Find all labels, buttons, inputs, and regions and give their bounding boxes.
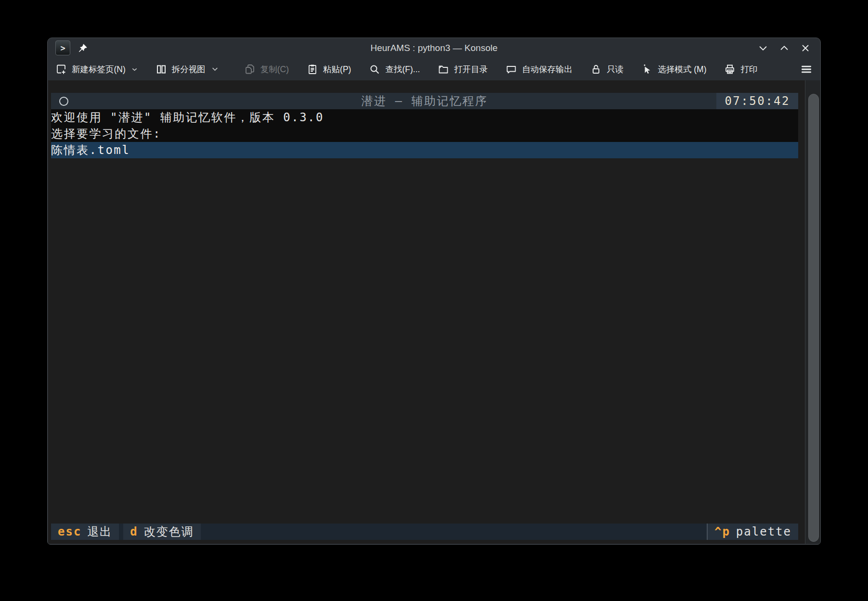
footer-spacer bbox=[201, 524, 707, 540]
paste-icon bbox=[307, 64, 318, 75]
footer-binding-palette[interactable]: ^p palette bbox=[708, 524, 798, 540]
maximize-button[interactable] bbox=[777, 41, 791, 55]
footer-binding-quit[interactable]: esc 退出 bbox=[51, 524, 119, 540]
desktop: > HeurAMS : python3 — Konsole bbox=[0, 0, 868, 601]
close-button[interactable] bbox=[798, 41, 813, 55]
find-label: 查找(F)... bbox=[385, 64, 420, 75]
key-badge: esc bbox=[58, 524, 81, 540]
close-icon bbox=[800, 43, 811, 53]
key-badge: d bbox=[130, 524, 138, 540]
konsole-app-icon[interactable]: > bbox=[55, 40, 70, 55]
open-directory-button[interactable]: 打开目录 bbox=[438, 64, 488, 75]
auto-save-output-icon bbox=[505, 64, 517, 75]
read-only-lock-icon bbox=[590, 64, 602, 75]
selection-mode-icon bbox=[641, 64, 653, 75]
key-badge: ^p bbox=[714, 524, 730, 540]
find-button[interactable]: 查找(F)... bbox=[369, 64, 420, 75]
copy-button: 复制(C) bbox=[244, 64, 289, 75]
open-folder-icon bbox=[438, 64, 449, 75]
toolbar: 新建标签页(N) 拆分视图 复制 bbox=[48, 58, 820, 80]
pin-icon bbox=[78, 43, 88, 53]
file-list-item-selected[interactable]: 陈情表.toml bbox=[51, 142, 798, 158]
konsole-window: > HeurAMS : python3 — Konsole bbox=[47, 38, 821, 545]
open-directory-label: 打开目录 bbox=[454, 64, 488, 75]
copy-icon bbox=[244, 64, 256, 75]
hamburger-menu-icon bbox=[800, 63, 813, 76]
auto-save-output-label: 自动保存输出 bbox=[522, 64, 572, 75]
hamburger-menu-button[interactable] bbox=[800, 63, 813, 76]
split-view-button[interactable]: 拆分视图 bbox=[155, 64, 219, 75]
chevron-down-icon bbox=[131, 66, 138, 72]
print-button[interactable]: 打印 bbox=[724, 64, 757, 75]
chevron-down-icon bbox=[211, 65, 219, 73]
chevron-down-icon bbox=[758, 43, 768, 53]
new-tab-label: 新建标签页(N) bbox=[72, 64, 126, 75]
terminal-output-line: 欢迎使用 "潜进" 辅助记忆软件，版本 0.3.0 bbox=[51, 109, 798, 126]
read-only-button[interactable]: 只读 bbox=[590, 64, 623, 75]
auto-save-output-button[interactable]: 自动保存输出 bbox=[505, 64, 572, 75]
new-tab-icon bbox=[55, 64, 67, 75]
copy-label: 复制(C) bbox=[260, 64, 289, 75]
find-icon bbox=[369, 64, 380, 75]
chevron-up-icon bbox=[779, 43, 790, 53]
tui-header-bar: 潜进 – 辅助记忆程序 07:50:42 bbox=[51, 93, 798, 109]
split-view-icon bbox=[155, 64, 167, 75]
key-action-label: palette bbox=[736, 524, 791, 540]
read-only-label: 只读 bbox=[607, 64, 623, 75]
tui-footer-bar: esc 退出 d 改变色调 ^p palette bbox=[51, 524, 798, 540]
minimize-button[interactable] bbox=[756, 41, 770, 55]
key-action-label: 退出 bbox=[87, 524, 112, 540]
paste-label: 粘贴(P) bbox=[323, 64, 351, 75]
selection-mode-label: 选择模式 (M) bbox=[658, 64, 706, 75]
key-action-label: 改变色调 bbox=[144, 524, 194, 540]
print-icon bbox=[724, 64, 736, 75]
footer-binding-change-theme[interactable]: d 改变色调 bbox=[123, 524, 200, 540]
print-label: 打印 bbox=[740, 64, 757, 75]
split-view-label: 拆分视图 bbox=[172, 64, 206, 75]
terminal-output-line: 选择要学习的文件: bbox=[51, 126, 798, 142]
window-title: HeurAMS : python3 — Konsole bbox=[48, 43, 820, 53]
scrollbar-thumb[interactable] bbox=[808, 94, 819, 542]
selection-mode-button[interactable]: 选择模式 (M) bbox=[641, 64, 706, 75]
paste-button[interactable]: 粘贴(P) bbox=[307, 64, 351, 75]
new-tab-button[interactable]: 新建标签页(N) bbox=[55, 64, 138, 75]
terminal-viewport[interactable]: 潜进 – 辅助记忆程序 07:50:42 欢迎使用 "潜进" 辅助记忆软件，版本… bbox=[48, 80, 820, 544]
tui-app-title: 潜进 – 辅助记忆程序 bbox=[51, 93, 798, 109]
titlebar[interactable]: > HeurAMS : python3 — Konsole bbox=[48, 38, 820, 58]
